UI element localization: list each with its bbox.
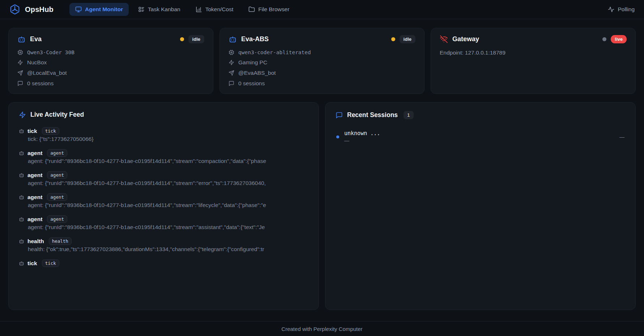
cpu-icon [229,49,234,55]
tab-label: File Browser [258,6,289,13]
send-icon [17,70,23,76]
session-row[interactable]: unknown ... — — [336,128,625,146]
tab-file-browser[interactable]: File Browser [243,3,295,16]
app-title: OpsHub [25,5,54,14]
feed-event-badge: tick [42,127,59,135]
bot-icon [229,35,237,43]
agent-sessions: 0 sessions [27,80,54,87]
agent-handle: @EvaABS_bot [238,70,276,76]
recent-sessions-panel: Recent Sessions 1 unknown ... — — [325,102,636,310]
zap-icon [17,60,23,65]
agent-handle-row: @EvaABS_bot [229,70,415,76]
bot-icon [19,150,24,156]
message-square-icon [229,81,234,86]
status-dot-idle [180,37,184,41]
activity-pulse-icon [608,6,614,13]
feed-event-detail: tick: {"ts":1773627050066} [28,136,308,142]
agent-host: NucBox [27,59,47,66]
feed-event-detail: agent: {"runId":"8936bc18-0f10-4277-b1ae… [28,158,308,164]
status-dot-idle [391,37,395,41]
agent-sessions-row: 0 sessions [17,80,204,87]
message-square-icon [17,81,23,86]
sessions-count-badge: 1 [404,111,414,119]
monitor-icon [75,6,82,13]
session-meta: — [619,134,624,140]
zap-icon [229,60,234,65]
feed-event-detail: health: {"ok":true,"ts":1773627023886,"d… [28,246,308,253]
agent-sessions-row: 0 sessions [229,80,415,87]
session-subtitle: — [344,138,380,143]
tab-label: Task Kanban [148,6,180,13]
agent-sessions: 0 sessions [238,80,265,87]
feed-item: tick tick tick: {"ts":1773627050066} [19,127,308,142]
footer-text: Created with Perplexity Computer [281,326,362,332]
gateway-endpoint: Endpoint: 127.0.0.1:18789 [440,49,627,56]
feed-event-badge: health [49,237,72,245]
tab-label: Token/Cost [205,6,234,13]
feed-event-badge: agent [47,215,67,223]
agent-name: Eva [30,35,42,43]
agent-model: Qwen3-Coder 30B [27,49,74,55]
feed-event-type: agent [27,194,42,201]
polling-label: Polling [618,6,635,13]
agent-model: qwen3-coder-abliterated [238,49,311,55]
agent-handle-row: @LocalEva_bot [17,70,204,76]
status-badge: idle [400,35,415,43]
agent-cards-row: Eva idle Qwen3-Coder 30B [8,28,636,94]
feed-event-type: agent [27,150,42,156]
agent-handle: @LocalEva_bot [27,70,67,76]
gateway-card: Gateway live Endpoint: 127.0.0.1:18789 [431,28,636,94]
agent-host: Gaming PC [238,59,267,66]
agent-host-row: Gaming PC [229,59,415,66]
cpu-icon [17,49,23,55]
agent-name: Eva-ABS [241,35,269,43]
gateway-name: Gateway [452,35,479,43]
kanban-icon [138,6,145,13]
bot-icon [19,172,24,178]
session-status-dot [336,135,339,138]
feed-event-badge: agent [47,149,67,157]
status-dot-live [602,37,606,41]
zap-icon [19,111,26,119]
bar-chart-icon [196,6,202,13]
bot-icon [19,194,24,200]
feed-item: agent agent agent: {"runId":"8936bc18-0f… [19,171,308,186]
panels-row: Live Activity Feed tick tick tick: {"ts"… [8,102,636,310]
feed-event-badge: agent [47,193,67,201]
nav-tabs: Agent Monitor Task Kanban Token/Cost [69,3,295,16]
top-nav: OpsHub Agent Monitor Task Kanban [0,0,644,19]
folder-icon [248,6,255,13]
feed-event-badge: agent [47,171,67,179]
feed-event-type: health [27,238,44,245]
polling-indicator[interactable]: Polling [608,6,635,13]
tab-agent-monitor[interactable]: Agent Monitor [69,3,129,16]
tab-token-cost[interactable]: Token/Cost [190,3,239,16]
send-icon [229,70,234,76]
feed-event-detail: agent: {"runId":"8936bc18-0f10-4277-b1ae… [28,202,308,208]
session-title: unknown ... [344,130,380,137]
feed-item: tick tick [19,259,308,267]
message-square-icon [336,112,343,119]
bot-icon [19,238,24,244]
wifi-off-icon [440,35,448,43]
feed-event-detail: agent: {"runId":"8936bc18-0f10-4277-b1ae… [28,180,308,186]
tab-task-kanban[interactable]: Task Kanban [132,3,186,16]
agent-model-row: Qwen3-Coder 30B [17,49,204,55]
bot-icon [19,216,24,222]
agent-card-eva-abs: Eva-ABS idle qwen3-coder-abliterated [219,28,425,94]
feed-event-type: tick [27,260,37,267]
feed-item: agent agent agent: {"runId":"8936bc18-0f… [19,215,308,231]
status-badge: idle [188,35,204,43]
feed-event-badge: tick [42,259,59,267]
agent-model-row: qwen3-coder-abliterated [229,49,415,55]
brand: OpsHub [9,4,54,15]
bot-icon [19,128,24,134]
bot-icon [19,260,24,266]
live-activity-feed-panel: Live Activity Feed tick tick tick: {"ts"… [8,102,319,310]
panel-title: Recent Sessions [347,111,398,119]
feed-item: agent agent agent: {"runId":"8936bc18-0f… [19,149,308,164]
bot-icon [17,35,26,43]
main-content: Eva idle Qwen3-Coder 30B [0,19,644,321]
status-badge: live [611,35,627,43]
feed-event-type: tick [27,128,37,134]
